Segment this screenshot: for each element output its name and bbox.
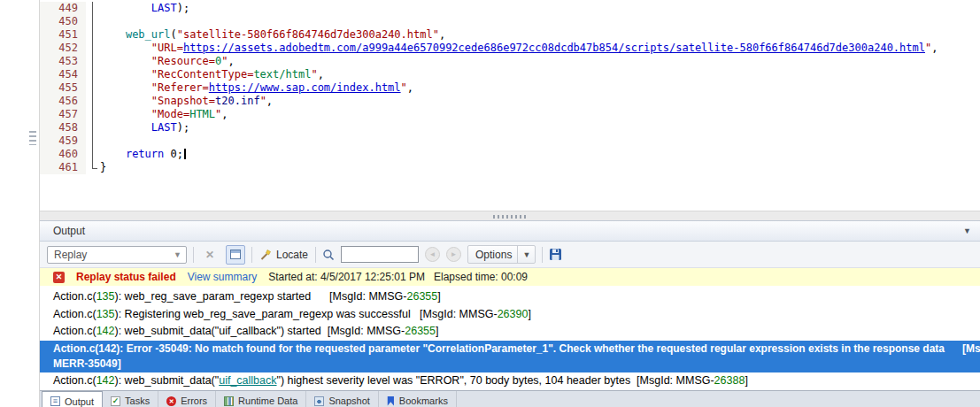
toolbar-divider <box>542 247 543 263</box>
view-summary-link[interactable]: View summary <box>188 271 257 283</box>
line-number: 455 <box>40 81 86 95</box>
text-segment: "Snapshot= <box>151 95 215 107</box>
log-entry[interactable]: Action.c(135): web_reg_save_param_regexp… <box>40 288 980 306</box>
log-entry[interactable]: Action.c(142): web_submit_data("uif_call… <box>40 372 980 390</box>
text-segment: "Mode= <box>151 108 189 120</box>
text-segment <box>100 95 151 107</box>
line-number: 456 <box>40 95 86 108</box>
log-row: Action.c(142): Error -35049: No match fo… <box>40 342 980 357</box>
editor-output-splitter[interactable] <box>40 211 980 221</box>
fold-guide <box>86 95 100 108</box>
text-segment: LAST <box>151 121 177 134</box>
snapshot-icon <box>314 396 324 406</box>
text-segment <box>100 81 151 94</box>
tab-errors[interactable]: Errors <box>158 391 216 407</box>
tab-label: Output <box>65 396 94 407</box>
text-segment: , <box>221 108 228 120</box>
replay-status-text: Replay status failed <box>76 271 176 283</box>
text-segment: LAST <box>151 2 177 14</box>
tab-tasks[interactable]: Tasks <box>103 391 158 407</box>
text-segment: text/html <box>253 68 311 81</box>
text-segment: , <box>318 68 324 81</box>
text-segment: " <box>221 55 228 67</box>
text-segment <box>100 2 151 14</box>
line-number: 459 <box>40 134 86 148</box>
fold-guide <box>86 161 100 174</box>
search-input[interactable] <box>341 246 419 263</box>
code-line[interactable]: 458 LAST); <box>40 121 980 134</box>
code-line[interactable]: 453 "Resource=0", <box>40 55 980 68</box>
text-segment: ): web_reg_save_param_regexp started [Ms… <box>115 290 407 303</box>
text-segment <box>100 28 126 41</box>
code-line[interactable]: 461} <box>40 161 980 174</box>
text-segment: " <box>260 95 266 107</box>
text-segment: web_url <box>126 28 171 41</box>
line-number: 457 <box>40 108 86 121</box>
options-label: Options <box>475 249 512 261</box>
tab-bookmarks[interactable]: Bookmarks <box>379 391 457 407</box>
output-toolbar: Replay ▼ ✕ Locate <box>40 242 980 268</box>
code-line[interactable]: 456 "Snapshot=t20.inf", <box>40 95 980 108</box>
locate-button[interactable]: Locate <box>259 245 309 265</box>
text-segment: 0; <box>164 148 183 160</box>
log-row: Action.c(142): web_submit_data("uif_call… <box>40 323 980 341</box>
clear-log-button[interactable]: ✕ <box>200 245 220 265</box>
line-number: 451 <box>40 28 86 42</box>
code-editor[interactable]: 449 LAST);450451 web_url("satellite-580f… <box>40 0 980 211</box>
log-entry[interactable]: Action.c(135): Registering web_reg_save_… <box>40 306 980 324</box>
tab-snapshot[interactable]: Snapshot <box>306 391 378 407</box>
autoscroll-toggle-button[interactable] <box>226 245 245 265</box>
code-text: LAST); <box>100 2 189 15</box>
code-line[interactable]: 449 LAST); <box>40 2 980 15</box>
text-segment <box>100 42 151 54</box>
chevron-down-icon: ▼ <box>517 246 535 263</box>
collapse-panel-icon[interactable]: ▼ <box>963 227 971 235</box>
splitter-grip-icon[interactable] <box>493 215 527 219</box>
code-text: LAST); <box>100 121 189 134</box>
text-segment: , <box>439 28 445 41</box>
fold-guide <box>86 81 100 95</box>
text-segment: ): Registering web_reg_save_param_regexp… <box>115 308 498 320</box>
replay-status-bar: ✕ Replay status failed View summary Star… <box>40 268 980 286</box>
text-segment: 26355 <box>405 325 436 337</box>
vertical-splitter-grip[interactable] <box>29 131 36 145</box>
options-button[interactable]: Options ▼ <box>467 245 536 264</box>
text-segment: uif_callback <box>219 374 276 387</box>
text-segment: 26390 <box>498 308 529 320</box>
text-segment: https://assets.adobedtm.com/a999a44e6570… <box>183 42 925 54</box>
log-entry-selected[interactable]: Action.c(142): Error -35049: No match fo… <box>40 341 980 372</box>
code-line[interactable]: 459 <box>40 134 980 148</box>
text-segment: ); <box>177 2 189 14</box>
next-result-button[interactable]: ► <box>446 247 461 262</box>
code-line[interactable]: 451 web_url("satellite-580f66f864746d7de… <box>40 28 980 42</box>
log-row: Action.c(142): web_submit_data("uif_call… <box>40 372 980 390</box>
toolbar-divider <box>315 247 316 263</box>
save-output-icon[interactable] <box>549 248 562 261</box>
output-tabbar: OutputTasksErrorsRuntime DataSnapshotBoo… <box>40 390 980 407</box>
tab-label: Bookmarks <box>399 395 448 406</box>
code-text: "URL=https://assets.adobedtm.com/a999a44… <box>100 42 938 55</box>
text-segment <box>100 148 126 160</box>
code-text: "Resource=0", <box>100 55 235 68</box>
log-entry[interactable]: Action.c(142): web_submit_data("uif_call… <box>40 323 980 341</box>
code-line[interactable]: 454 "RecContentType=text/html", <box>40 68 980 81</box>
search-icon <box>322 249 335 261</box>
previous-result-button[interactable]: ◄ <box>425 247 440 262</box>
log-row: Action.c(135): Registering web_reg_save_… <box>40 306 980 324</box>
line-number: 454 <box>40 68 86 81</box>
code-line[interactable]: 457 "Mode=HTML", <box>40 108 980 121</box>
text-segment: "RecContentType= <box>151 68 254 81</box>
tab-runtime-data[interactable]: Runtime Data <box>216 391 306 407</box>
code-text: "RecContentType=text/html", <box>100 68 324 81</box>
code-line[interactable]: 450 <box>40 15 980 28</box>
code-line[interactable]: 460 return 0; <box>40 148 980 161</box>
code-line[interactable]: 455 "Referer=https://www.sap.com/index.h… <box>40 81 980 95</box>
chevron-down-icon: ▼ <box>174 250 181 259</box>
error-status-icon: ✕ <box>53 272 65 283</box>
code-line[interactable]: 452 "URL=https://assets.adobedtm.com/a99… <box>40 42 980 55</box>
tab-output[interactable]: Output <box>42 391 103 407</box>
toolbar-divider <box>193 247 194 263</box>
text-segment: " <box>311 68 317 81</box>
fold-guide <box>86 134 100 148</box>
log-type-select[interactable]: Replay ▼ <box>47 246 187 264</box>
